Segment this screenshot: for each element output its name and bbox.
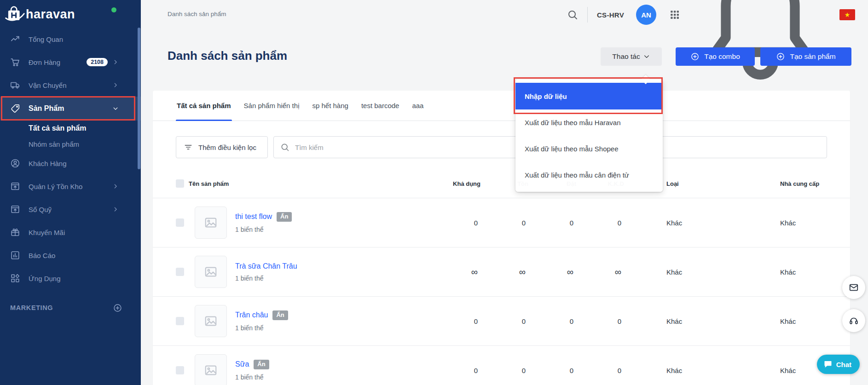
search-icon[interactable] — [567, 9, 578, 20]
tab-sp-het-hang[interactable]: sp hết hàng — [311, 91, 349, 121]
column-header: Nhà cung cấp — [739, 180, 827, 187]
tab-label: Tất cả sản phẩm — [177, 102, 231, 109]
table-row: Trà sữa Chân Trâu1 biến thể∞∞∞∞KhácKhác — [153, 247, 850, 297]
stock-value: 0 — [434, 219, 481, 227]
sidebar-item-van-chuyen[interactable]: Vận Chuyển — [0, 74, 141, 97]
product-name-link[interactable]: thi test flow — [235, 213, 272, 221]
tab-tat-ca-san-pham[interactable]: Tất cả sản phẩm — [176, 91, 232, 121]
photo-icon — [204, 363, 218, 377]
avatar[interactable]: AN — [636, 5, 656, 25]
hidden-status-badge: Ẩn — [272, 310, 288, 320]
create-product-button[interactable]: Tạo sản phẩm — [760, 47, 851, 66]
call-support-button[interactable] — [842, 309, 865, 332]
product-thumbnail[interactable] — [195, 305, 227, 337]
sidebar-section-marketing[interactable]: MARKETING — [0, 296, 141, 319]
sidebar-item-khach-hang[interactable]: Khách Hàng — [0, 152, 141, 175]
chevron-right-icon — [112, 183, 119, 190]
add-filter-label: Thêm điều kiện lọc — [198, 144, 256, 151]
chat-button[interactable]: Chat — [817, 355, 860, 374]
product-name-cell: Trân châuẨn1 biến thể — [189, 305, 434, 337]
actions-dropdown-button[interactable]: Thao tác — [601, 47, 662, 66]
stock-value: 0 — [577, 367, 625, 374]
stock-value: ∞ — [434, 267, 481, 276]
row-checkbox[interactable] — [176, 268, 184, 276]
haravan-bag-icon — [5, 5, 25, 24]
variant-count: 1 biến thể — [235, 374, 269, 381]
order-count-badge: 2108 — [87, 58, 108, 67]
inventory-icon — [10, 181, 20, 191]
tab-aaa[interactable]: aaa — [411, 91, 424, 121]
chevron-down-icon — [112, 105, 119, 112]
sidebar-scrollbar[interactable] — [138, 28, 140, 169]
product-thumbnail[interactable] — [195, 256, 227, 288]
sidebar-item-nhom-san-pham[interactable]: Nhóm sản phẩm — [0, 136, 141, 152]
apps-icon — [10, 273, 20, 283]
truck-icon — [10, 80, 20, 90]
sidebar-item-khuyen-mai[interactable]: Khuyến Mãi — [0, 221, 141, 244]
product-name-link[interactable]: Sữa — [235, 360, 249, 368]
stock-value: 0 — [529, 219, 577, 227]
sidebar-item-tat-ca-san-pham[interactable]: Tất cả sản phẩm — [0, 121, 141, 136]
vietnam-flag-icon[interactable]: ★ — [839, 9, 855, 20]
product-info: SữaẨn1 biến thể — [235, 360, 269, 380]
product-name-link[interactable]: Trà sữa Chân Trâu — [235, 262, 297, 270]
chevron-right-icon — [112, 82, 119, 88]
sidebar-item-ung-dung[interactable]: Ứng Dụng — [0, 267, 141, 290]
row-checkbox[interactable] — [176, 366, 184, 374]
sidebar-item-label: Đơn Hàng — [29, 58, 60, 66]
add-marketing-icon[interactable] — [113, 303, 122, 313]
sidebar-item-label: Khuyến Mãi — [29, 229, 65, 236]
add-filter-button[interactable]: Thêm điều kiện lọc — [176, 136, 268, 158]
product-type: Khác — [625, 367, 739, 374]
menu-item-nhap-du-lieu[interactable]: Nhập dữ liệu — [515, 83, 663, 109]
report-icon — [10, 250, 20, 260]
filter-row: Thêm điều kiện lọc — [153, 121, 850, 169]
table-row: thi test flowẨn1 biến thể0000KhácKhác — [153, 198, 850, 247]
sidebar-item-don-hang[interactable]: Đơn Hàng2108 — [0, 51, 141, 74]
sidebar-item-label: Sản Phẩm — [29, 104, 64, 113]
product-tabs: Tất cả sản phẩmSản phẩm hiển thịsp hết h… — [153, 91, 850, 121]
product-name-cell: SữaẨn1 biến thể — [189, 354, 434, 385]
product-thumbnail[interactable] — [195, 354, 227, 385]
cashbook-icon — [10, 204, 20, 214]
store-name[interactable]: CS-HRV — [597, 11, 624, 19]
sidebar-item-so-quy[interactable]: Sổ Quỹ — [0, 198, 141, 221]
page-title: Danh sách sản phẩm — [168, 49, 287, 63]
stock-value: ∞ — [529, 267, 577, 276]
product-name-link[interactable]: Trân châu — [235, 311, 268, 319]
haravan-logo[interactable]: haravan — [0, 0, 141, 28]
product-thumbnail[interactable] — [195, 207, 227, 239]
menu-item-xuat-mau-haravan[interactable]: Xuất dữ liệu theo mẫu Haravan — [515, 109, 663, 136]
select-all-checkbox[interactable] — [176, 179, 184, 188]
sidebar-item-san-pham[interactable]: Sản Phẩm — [0, 97, 141, 121]
variant-count: 1 biến thể — [235, 324, 288, 332]
column-header: Khả dụng — [434, 180, 481, 187]
create-combo-button[interactable]: Tạo combo — [676, 47, 755, 66]
apps-grid-icon[interactable] — [669, 9, 680, 20]
stock-value: 0 — [481, 317, 529, 325]
product-vendor: Khác — [739, 268, 827, 276]
stock-value: 0 — [434, 367, 481, 374]
menu-item-xuat-mau-shopee[interactable]: Xuất dữ liệu theo mẫu Shopee — [515, 136, 663, 162]
headset-icon — [849, 316, 859, 326]
topbar-divider — [587, 7, 588, 23]
product-list-card: Tất cả sản phẩmSản phẩm hiển thịsp hết h… — [153, 91, 850, 385]
chevron-right-icon — [112, 59, 119, 65]
row-checkbox[interactable] — [176, 317, 184, 325]
menu-item-xuat-mau-can[interactable]: Xuất dữ liệu theo mẫu cân điện tử — [515, 162, 663, 188]
row-checkbox[interactable] — [176, 218, 184, 227]
product-name-cell: thi test flowẨn1 biến thể — [189, 207, 434, 239]
tab-test-barcode[interactable]: test barcode — [360, 91, 400, 121]
breadcrumb: Danh sách sản phẩm — [168, 11, 226, 17]
marketing-section-label: MARKETING — [10, 304, 53, 311]
product-info: thi test flowẨn1 biến thể — [235, 212, 292, 233]
chat-label: Chat — [836, 361, 851, 368]
tab-san-pham-hien-thi[interactable]: Sản phẩm hiển thị — [243, 91, 301, 121]
sidebar-item-tong-quan[interactable]: Tổng Quan — [0, 28, 141, 51]
plus-circle-icon — [776, 52, 785, 61]
sidebar-item-bao-cao[interactable]: Báo Cáo — [0, 244, 141, 267]
promo-icon — [10, 227, 20, 237]
sidebar-item-quan-ly-ton-kho[interactable]: Quản Lý Tồn Kho — [0, 175, 141, 198]
email-support-button[interactable] — [842, 276, 865, 299]
sidebar-item-label: Quản Lý Tồn Kho — [29, 183, 82, 190]
